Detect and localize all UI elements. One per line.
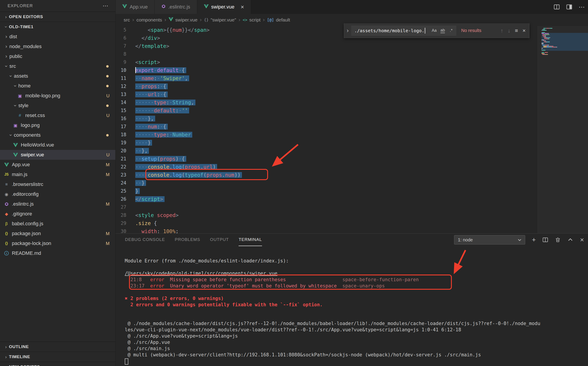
kill-terminal-icon[interactable] [555, 237, 561, 243]
close-find-icon[interactable]: × [522, 28, 526, 34]
tree-item-gitignore[interactable]: ◆.gitignore [0, 209, 115, 219]
breadcrumb-item-swiper-vue[interactable]: {}"swiper.vue" [204, 17, 236, 23]
code-line-11[interactable]: 11··name:·'Swiper', [116, 74, 588, 82]
code-line-19[interactable]: 19····} [116, 139, 588, 147]
tree-item-browserslistrc[interactable]: ≡.browserslistrc [0, 179, 115, 189]
panel-tab-output[interactable]: OUTPUT [210, 234, 229, 246]
code-editor[interactable]: 5 <span>{{num}}</span>6 </div>7</templat… [116, 26, 588, 233]
terminal-line: ✖ 2 problems (2 errors, 0 warnings) [125, 295, 588, 302]
tree-item-label: style [18, 103, 28, 108]
breadcrumb-item-default[interactable]: [@]default [267, 17, 290, 23]
code-line-22[interactable]: 22····console.log(props.url) [116, 163, 588, 171]
code-line-18[interactable]: 18······type:·Number [116, 131, 588, 139]
tree-item-helloworld-vue[interactable]: HelloWorld.vue [0, 140, 115, 150]
toggle-replace-icon[interactable]: › [344, 23, 351, 38]
workspace-header[interactable]: › OLD-TIME1 [0, 22, 115, 32]
more-actions-icon[interactable]: ⋯ [579, 3, 585, 11]
code-line-17[interactable]: 17····num:·{ [116, 122, 588, 131]
timeline-label: TIMELINE [9, 354, 30, 359]
whole-word-button[interactable]: ab [439, 27, 447, 34]
code-line-13[interactable]: 13····url:·{ [116, 90, 588, 99]
breadcrumb-item-src[interactable]: src [124, 17, 130, 23]
selection-highlight: ····console.log(typeof(props.num)) [135, 172, 242, 178]
tab-app-vue[interactable]: App.vue [116, 0, 155, 14]
terminal-output[interactable]: Module Error (from ./node_modules/eslint… [116, 246, 588, 366]
code-line-7[interactable]: 7</template> [116, 42, 588, 50]
tree-item-public[interactable]: ›public [0, 52, 115, 61]
code-line-21[interactable]: 21··setup(props)·{ [116, 155, 588, 163]
code-line-16[interactable]: 16····}, [116, 114, 588, 122]
breadcrumb-item-script[interactable]: <>script [243, 17, 261, 23]
terminal-select[interactable]: 1: node [454, 235, 525, 244]
line-number: 29 [116, 219, 135, 227]
code-line-30[interactable]: 30 width: 100%; [116, 227, 588, 233]
code-line-14[interactable]: 14······type:·String, [116, 99, 588, 107]
code-line-29[interactable]: 29.size { [116, 219, 588, 227]
panel-tab-problems[interactable]: PROBLEMS [175, 234, 200, 246]
tree-item-mobile-logo-png[interactable]: ▣mobile-logo.pngU [0, 91, 115, 101]
regex-button[interactable]: .* [447, 27, 455, 34]
braces-icon: {} [204, 18, 208, 22]
tab-close-icon[interactable]: × [241, 4, 244, 10]
split-terminal-icon[interactable] [542, 237, 548, 243]
code-line-27[interactable]: 27 [116, 203, 588, 211]
css-icon: # [16, 113, 23, 118]
find-in-selection-icon[interactable]: ≡ [515, 28, 518, 34]
code-line-26[interactable]: 26</script> [116, 195, 588, 203]
code-line-23[interactable]: 23····console.log(typeof(props.num)) [116, 171, 588, 179]
tree-item-src[interactable]: ›src [0, 61, 115, 71]
tree-item-main-js[interactable]: JSmain.jsM [0, 170, 115, 179]
code-line-12[interactable]: 12··props:·{ [116, 82, 588, 90]
next-match-icon[interactable]: ↓ [508, 28, 510, 34]
tree-item-logo-png[interactable]: ▣logo.png [0, 120, 115, 130]
explorer-more-icon[interactable]: ⋯ [103, 2, 109, 9]
code-line-20[interactable]: 20··}, [116, 147, 588, 155]
breadcrumb-item-components[interactable]: components [136, 17, 162, 23]
tab-swiper-vue[interactable]: swiper.vue× [197, 0, 251, 14]
close-panel-icon[interactable]: × [580, 236, 584, 243]
outline-header[interactable]: › OUTLINE [0, 342, 115, 352]
find-input[interactable]: ./assets/home/mobile-logo. Aa ab .* [351, 25, 456, 36]
split-editor-icon[interactable] [554, 4, 560, 10]
chevron-right-icon: › [3, 34, 9, 40]
terminal-line [125, 289, 588, 295]
maximize-panel-icon[interactable] [567, 237, 573, 243]
tree-item-readme-md[interactable]: iREADME.md [0, 248, 115, 258]
tree-item-home[interactable]: ›home [0, 81, 115, 91]
panel-tab-terminal[interactable]: TERMINAL [238, 234, 262, 246]
tree-item-package-lock-json[interactable]: {}package-lock.jsonM [0, 238, 115, 248]
panel-tab-debug-console[interactable]: DEBUG CONSOLE [125, 234, 165, 246]
match-case-button[interactable]: Aa [430, 27, 438, 34]
breadcrumb-item-swiper-vue[interactable]: swiper.vue [169, 17, 197, 23]
npm-scripts-header[interactable]: › NPM SCRIPTS [0, 362, 115, 366]
tree-item-dist[interactable]: ›dist [0, 32, 115, 42]
tree-item-swiper-vue[interactable]: swiper.vueU [0, 150, 115, 160]
chevron-right-icon: › [3, 14, 9, 19]
tree-item-assets[interactable]: ›assets [0, 71, 115, 81]
tree-item-reset-css[interactable]: #reset.cssU [0, 111, 115, 120]
new-terminal-icon[interactable]: + [532, 236, 536, 243]
toggle-layout-icon[interactable] [566, 4, 572, 10]
tree-item-editorconfig[interactable]: ◉.editorconfig [0, 189, 115, 199]
code-line-8[interactable]: 8 [116, 50, 588, 58]
open-editors-header[interactable]: › OPEN EDITORS [0, 12, 115, 22]
tab-eslintrc-js[interactable]: .eslintrc.js [155, 0, 197, 14]
code-line-24[interactable]: 24··} [116, 179, 588, 187]
minimap[interactable] [538, 26, 588, 233]
code-line-9[interactable]: 9<script> [116, 58, 588, 66]
code-line-25[interactable]: 25} [116, 187, 588, 195]
tree-item-app-vue[interactable]: App.vueM [0, 160, 115, 170]
code-line-15[interactable]: 15······default:·'' [116, 107, 588, 114]
code-line-28[interactable]: 28<style scoped> [116, 211, 588, 219]
tree-item-babel-config-js[interactable]: βbabel.config.js [0, 219, 115, 229]
code-lines[interactable]: 5 <span>{{num}}</span>6 </div>7</templat… [116, 26, 588, 233]
timeline-header[interactable]: › TIMELINE [0, 352, 115, 362]
tree-item-node-modules[interactable]: ›node_modules [0, 42, 115, 52]
chevron-down-icon: › [3, 63, 9, 69]
tree-item-eslintrc-js[interactable]: .eslintrc.jsM [0, 199, 115, 209]
previous-match-icon[interactable]: ↑ [501, 28, 503, 34]
tree-item-package-json[interactable]: {}package.jsonM [0, 229, 115, 238]
tree-item-components[interactable]: ›components [0, 130, 115, 140]
code-line-10[interactable]: 10export·default·{ [116, 66, 588, 74]
tree-item-style[interactable]: ›style [0, 101, 115, 111]
